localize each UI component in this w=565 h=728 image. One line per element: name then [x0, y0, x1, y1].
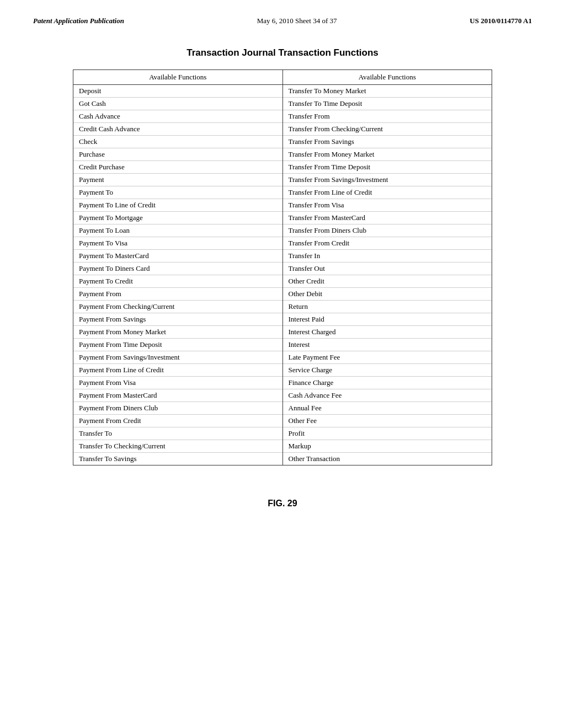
list-item: Transfer From [283, 110, 492, 123]
list-item: Transfer Out [283, 263, 492, 275]
list-item: Other Fee [283, 415, 492, 427]
list-item: Payment From Savings/Investment [73, 351, 282, 364]
list-item: Markup [283, 440, 492, 453]
list-item: Profit [283, 427, 492, 440]
right-column-rows: Transfer To Money MarketTransfer To Time… [283, 85, 492, 465]
list-item: Transfer From Savings/Investment [283, 174, 492, 186]
list-item: Cash Advance [73, 110, 282, 123]
list-item: Payment [73, 174, 282, 186]
list-item: Late Payment Fee [283, 351, 492, 364]
page-header: Patent Application Publication May 6, 20… [33, 17, 532, 25]
list-item: Payment From Visa [73, 377, 282, 389]
list-item: Payment To Mortgage [73, 212, 282, 224]
left-column-rows: DepositGot CashCash AdvanceCredit Cash A… [73, 85, 282, 465]
list-item: Payment From MasterCard [73, 389, 282, 402]
list-item: Other Credit [283, 275, 492, 288]
list-item: Got Cash [73, 98, 282, 110]
header-left: Patent Application Publication [33, 17, 124, 25]
list-item: Payment From Diners Club [73, 402, 282, 415]
list-item: Payment From Time Deposit [73, 339, 282, 351]
page-title: Transaction Journal Transaction Function… [33, 47, 532, 58]
figure-label: FIG. 29 [33, 499, 532, 508]
list-item: Transfer In [283, 250, 492, 263]
list-item: Payment To Visa [73, 237, 282, 250]
left-column: Available Functions DepositGot CashCash … [73, 69, 283, 465]
list-item: Transfer From Money Market [283, 148, 492, 161]
list-item: Payment From Savings [73, 313, 282, 326]
list-item: Payment To Line of Credit [73, 199, 282, 212]
list-item: Interest [283, 339, 492, 351]
list-item: Annual Fee [283, 402, 492, 415]
list-item: Payment From Money Market [73, 326, 282, 339]
list-item: Check [73, 136, 282, 148]
list-item: Payment To Loan [73, 224, 282, 237]
list-item: Transfer To [73, 427, 282, 440]
list-item: Transfer From MasterCard [283, 212, 492, 224]
list-item: Other Debit [283, 288, 492, 301]
list-item: Payment To [73, 186, 282, 199]
list-item: Deposit [73, 85, 282, 98]
list-item: Transfer From Visa [283, 199, 492, 212]
list-item: Credit Cash Advance [73, 123, 282, 136]
main-table: Available Functions DepositGot CashCash … [73, 69, 492, 465]
list-item: Payment To MasterCard [73, 250, 282, 263]
list-item: Interest Charged [283, 326, 492, 339]
right-column: Available Functions Transfer To Money Ma… [283, 69, 493, 465]
list-item: Transfer From Credit [283, 237, 492, 250]
list-item: Transfer To Time Deposit [283, 98, 492, 110]
list-item: Transfer To Checking/Current [73, 440, 282, 453]
header-center: May 6, 2010 Sheet 34 of 37 [257, 17, 337, 25]
list-item: Transfer To Money Market [283, 85, 492, 98]
right-column-header: Available Functions [283, 70, 492, 85]
list-item: Transfer From Savings [283, 136, 492, 148]
list-item: Payment From Checking/Current [73, 301, 282, 313]
list-item: Transfer From Diners Club [283, 224, 492, 237]
list-item: Payment To Diners Card [73, 263, 282, 275]
list-item: Transfer To Savings [73, 453, 282, 465]
left-column-header: Available Functions [73, 70, 282, 85]
header-right: US 2010/0114770 A1 [470, 17, 532, 25]
list-item: Credit Purchase [73, 161, 282, 174]
list-item: Finance Charge [283, 377, 492, 389]
list-item: Transfer From Time Deposit [283, 161, 492, 174]
list-item: Payment To Credit [73, 275, 282, 288]
list-item: Transfer From Checking/Current [283, 123, 492, 136]
list-item: Service Charge [283, 364, 492, 377]
list-item: Payment From Credit [73, 415, 282, 427]
list-item: Other Transaction [283, 453, 492, 465]
list-item: Payment From [73, 288, 282, 301]
list-item: Purchase [73, 148, 282, 161]
list-item: Transfer From Line of Credit [283, 186, 492, 199]
list-item: Return [283, 301, 492, 313]
list-item: Cash Advance Fee [283, 389, 492, 402]
list-item: Payment From Line of Credit [73, 364, 282, 377]
list-item: Interest Paid [283, 313, 492, 326]
